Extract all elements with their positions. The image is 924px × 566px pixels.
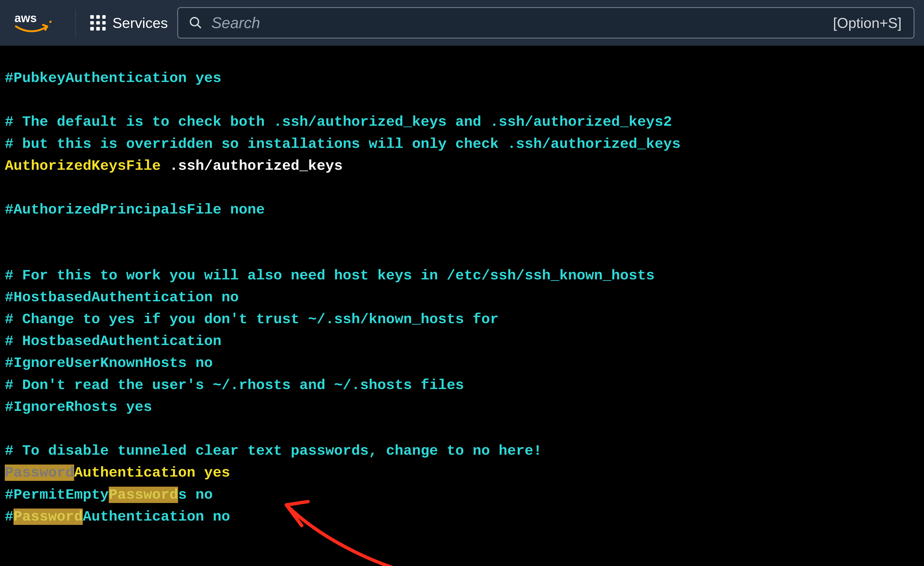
search-shortcut-hint: [Option+S] — [833, 15, 902, 31]
config-line: Authentication no — [83, 509, 230, 525]
annotation-arrow-icon — [277, 486, 469, 566]
search-input[interactable] — [211, 8, 824, 38]
search-icon — [189, 16, 202, 30]
services-menu-button[interactable]: Services — [90, 15, 168, 31]
services-label: Services — [112, 15, 168, 31]
config-key: Authentication yes — [74, 464, 230, 481]
config-line: # — [5, 487, 14, 503]
config-line: #IgnoreRhosts yes — [5, 399, 152, 415]
config-line: # HostbasedAuthentication — [5, 333, 221, 349]
aws-logo-icon: aws — [14, 12, 52, 34]
nav-divider — [75, 10, 76, 36]
config-line: # The default is to check both .ssh/auth… — [5, 114, 672, 130]
aws-logo[interactable]: aws — [14, 0, 66, 46]
config-line: #IgnoreUserKnownHosts no — [5, 355, 213, 371]
config-value: .ssh/authorized_keys — [161, 158, 343, 174]
global-search-box[interactable]: [Option+S] — [177, 7, 914, 39]
aws-top-navbar: aws Services [Option+S] — [0, 0, 924, 46]
highlighted-match: Password — [109, 487, 178, 503]
services-grid-icon — [90, 15, 106, 30]
svg-line-3 — [198, 25, 201, 28]
svg-text:aws: aws — [14, 12, 37, 24]
config-line: # — [5, 509, 14, 525]
config-line: # but this is overridden so installation… — [5, 136, 681, 152]
highlighted-match: Password — [5, 464, 74, 481]
terminal-editor-content[interactable]: #PubkeyAuthentication yes # The default … — [0, 46, 924, 566]
svg-point-2 — [190, 18, 199, 26]
config-line: #HostbasedAuthentication no — [5, 289, 239, 305]
config-line: # Don't read the user's ~/.rhosts and ~/… — [5, 377, 464, 393]
config-line: #AuthorizedPrincipalsFile none — [5, 202, 265, 218]
config-line: # To disable tunneled clear text passwor… — [5, 443, 542, 459]
config-key: AuthorizedKeysFile — [5, 158, 161, 174]
config-line: # Change to yes if you don't trust ~/.ss… — [5, 311, 499, 328]
svg-point-1 — [50, 21, 51, 23]
config-line: PermitEmpty — [14, 487, 109, 503]
highlighted-match: Password — [14, 509, 83, 525]
config-line: s no — [178, 487, 213, 503]
config-line: #PubkeyAuthentication yes — [5, 70, 221, 86]
config-line: # For this to work you will also need ho… — [5, 267, 654, 284]
